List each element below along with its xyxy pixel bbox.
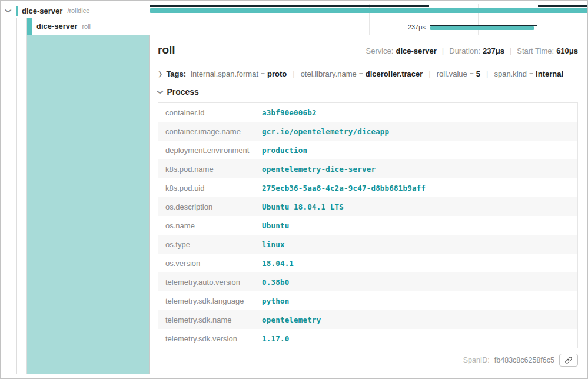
- kv-key: k8s.pod.uid: [158, 184, 262, 192]
- start-time-label: Start Time:: [517, 46, 554, 55]
- kv-key: os.description: [158, 202, 262, 211]
- tag-equals: =: [470, 70, 474, 78]
- span-bar-track: 237μs: [150, 18, 587, 35]
- kv-value: Ubuntu 18.04.1 LTS: [262, 202, 577, 211]
- tag-equals: =: [261, 70, 265, 78]
- operation-name: roll: [82, 23, 91, 30]
- span-duration-label: 237μs: [150, 24, 426, 31]
- span-row-rolldice[interactable]: ❯ dice-server /rolldice: [1, 4, 587, 18]
- process-accordion[interactable]: ❯ Process: [158, 87, 578, 97]
- service-label: Service:: [366, 46, 394, 55]
- service-value: dice-server: [396, 46, 436, 55]
- kv-value: a3bf90e006b2: [262, 108, 577, 117]
- kv-key: k8s.pod.name: [158, 165, 262, 174]
- tag-key: roll.value: [437, 69, 467, 78]
- table-row: telemetry.sdk.nameopentelemetry: [158, 310, 577, 329]
- tag-value: diceroller.tracer: [366, 69, 423, 78]
- span-detail-region: roll Service: dice-server | Duration: 23…: [1, 35, 587, 378]
- table-row: telemetry.sdk.version1.17.0: [158, 329, 577, 348]
- tag-key: otel.library.name: [301, 69, 357, 78]
- kv-value: Ubuntu: [262, 221, 577, 230]
- table-row: telemetry.sdk.languagepython: [158, 291, 577, 310]
- kv-value: 0.38b0: [262, 278, 577, 287]
- tag-value: proto: [267, 69, 287, 78]
- kv-key: os.type: [158, 240, 262, 249]
- spanid-value: fb483c8c6258f6c5: [494, 356, 554, 364]
- span-detail-header: roll Service: dice-server | Duration: 23…: [158, 44, 578, 62]
- deep-link-button[interactable]: [559, 354, 578, 367]
- kv-value: 275ecb36-5aa8-4c2a-9c47-d8bb681b9aff: [262, 184, 577, 192]
- critical-path-segment: [538, 5, 587, 7]
- kv-value: gcr.io/opentelemetry/diceapp: [262, 127, 577, 136]
- tag-equals: =: [359, 70, 363, 78]
- kv-value: python: [262, 297, 577, 305]
- kv-value: linux: [262, 240, 577, 249]
- span-bar[interactable]: [430, 26, 534, 30]
- span-name-column[interactable]: ❯ dice-server /rolldice: [1, 4, 150, 18]
- tag-item: internal.span.format = proto: [191, 69, 287, 78]
- indent-guide: [17, 18, 27, 35]
- tag-item: span.kind = internal: [494, 69, 563, 78]
- service-color-strip: [27, 18, 32, 35]
- kv-key: telemetry.sdk.version: [158, 334, 262, 343]
- process-label: Process: [167, 87, 198, 97]
- kv-key: deployment.environment: [158, 146, 262, 155]
- span-timeline: ❯ dice-server /rolldice dice-server: [1, 1, 587, 35]
- indent-guide: [17, 35, 27, 374]
- span-detail-footer: SpanID: fb483c8c6258f6c5: [158, 354, 578, 367]
- table-row: telemetry.auto.version0.38b0: [158, 272, 577, 291]
- span-row-roll[interactable]: dice-server roll 237μs: [1, 18, 587, 35]
- table-row: container.image.namegcr.io/opentelemetry…: [158, 122, 577, 141]
- kv-value: opentelemetry: [262, 315, 577, 324]
- service-color-strip: [16, 6, 18, 16]
- kv-key: telemetry.sdk.name: [158, 315, 262, 324]
- link-icon: [564, 356, 573, 364]
- tag-value: internal: [536, 69, 563, 78]
- span-detail-panel: roll Service: dice-server | Duration: 23…: [149, 35, 587, 374]
- meta-separator: |: [442, 46, 444, 55]
- kv-value: 1.17.0: [262, 334, 577, 343]
- table-row: k8s.pod.nameopentelemetry-dice-server: [158, 159, 577, 178]
- operation-name: /rolldice: [67, 7, 89, 14]
- span-meta: Service: dice-server | Duration: 237μs |…: [366, 46, 579, 55]
- critical-path-segment: [150, 5, 429, 7]
- chevron-down-icon[interactable]: ❯: [157, 89, 164, 94]
- tags-accordion[interactable]: ❯ Tags: internal.span.format = proto | o…: [158, 69, 578, 78]
- span-name-column[interactable]: dice-server roll: [1, 18, 150, 35]
- kv-value: opentelemetry-dice-server: [262, 165, 577, 174]
- trace-detail-view: ❯ dice-server /rolldice dice-server: [0, 0, 588, 379]
- tag-separator: |: [293, 69, 294, 78]
- process-kv-table: container.ida3bf90e006b2 container.image…: [158, 102, 578, 348]
- collapse-chevron-icon[interactable]: ❯: [1, 8, 16, 14]
- kv-key: container.image.name: [158, 127, 262, 136]
- tag-separator: |: [486, 69, 488, 78]
- tag-key: span.kind: [494, 69, 527, 78]
- service-name: dice-server: [22, 6, 62, 15]
- table-row: deployment.environmentproduction: [158, 141, 577, 159]
- tag-key: internal.span.format: [191, 69, 258, 78]
- tag-equals: =: [529, 70, 533, 78]
- kv-key: telemetry.sdk.language: [158, 297, 262, 305]
- service-name: dice-server: [36, 22, 77, 31]
- tag-value: 5: [476, 69, 480, 78]
- table-row: os.version18.04.1: [158, 254, 577, 272]
- meta-separator: |: [510, 46, 511, 55]
- kv-key: os.name: [158, 221, 262, 230]
- kv-key: container.id: [158, 108, 262, 117]
- kv-key: os.version: [158, 259, 262, 268]
- start-time-value: 610μs: [556, 46, 578, 55]
- chevron-right-icon[interactable]: ❯: [158, 71, 162, 77]
- kv-value: production: [262, 146, 577, 155]
- table-row: os.typelinux: [158, 235, 577, 254]
- selected-span-band: [27, 35, 149, 374]
- table-row: os.nameUbuntu: [158, 216, 577, 235]
- span-title: roll: [158, 44, 175, 56]
- kv-value: 18.04.1: [262, 259, 577, 268]
- indent-guide: [1, 35, 17, 374]
- tags-label: Tags:: [166, 69, 186, 78]
- span-bar-track: [150, 4, 587, 18]
- tag-separator: |: [428, 69, 430, 78]
- tag-item: otel.library.name = diceroller.tracer: [301, 69, 423, 78]
- table-row: k8s.pod.uid275ecb36-5aa8-4c2a-9c47-d8bb6…: [158, 178, 577, 197]
- span-bar[interactable]: [150, 8, 587, 13]
